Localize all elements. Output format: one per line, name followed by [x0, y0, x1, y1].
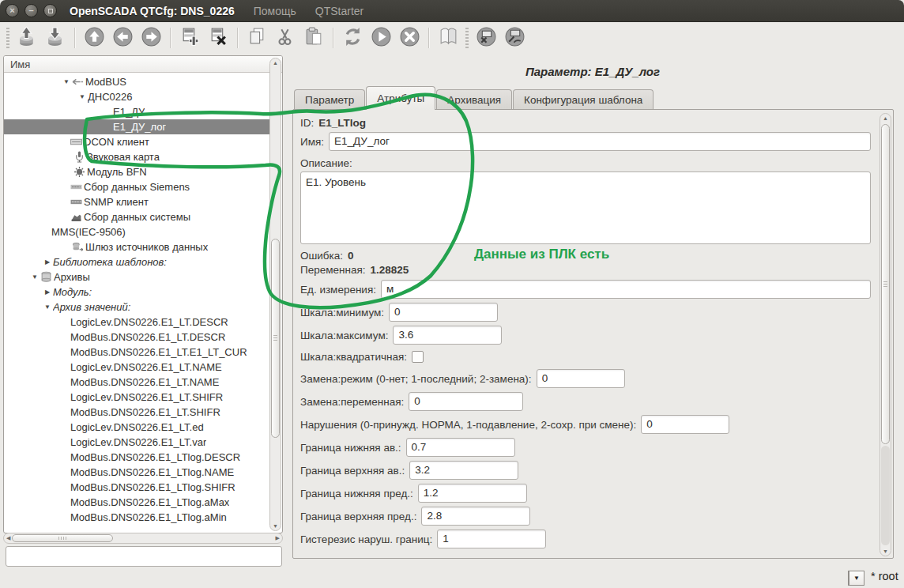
- back-button[interactable]: [111, 26, 134, 50]
- bfn-icon: [73, 166, 87, 178]
- tree-item[interactable]: LogicLev.DNS0226.E1_LT.DESCR: [4, 315, 269, 330]
- checkbox[interactable]: [412, 351, 424, 363]
- text-input[interactable]: 1.2: [418, 484, 527, 503]
- tree-item[interactable]: SNMP клиент: [4, 194, 269, 209]
- description-input[interactable]: Е1. Уровень: [300, 172, 871, 244]
- tree-item-label: ДНС0226: [88, 89, 133, 104]
- stop-icon: [399, 26, 420, 51]
- tree-item-label: Архивы: [54, 270, 90, 285]
- text-input[interactable]: 3.2: [409, 461, 518, 480]
- text-input[interactable]: 0: [537, 369, 625, 388]
- manual-button[interactable]: [436, 26, 460, 50]
- tree-vertical-scrollbar[interactable]: ▲ ▼: [269, 58, 281, 531]
- form-scrollbar-thumb[interactable]: [881, 124, 890, 444]
- text-input[interactable]: 2.8: [421, 507, 530, 526]
- tree-item[interactable]: DCON клиент: [4, 134, 269, 149]
- tree-item[interactable]: Звуковая карта: [4, 149, 269, 164]
- tree-item[interactable]: Шлюз источников данных: [4, 239, 269, 254]
- tree-item[interactable]: ModBus.DNS0226.E1_LTlog.NAME: [4, 465, 269, 480]
- window-minimize-button[interactable]: –: [24, 4, 38, 17]
- tree-horizontal-scrollbar[interactable]: ◀ ▶: [3, 533, 283, 544]
- text-input[interactable]: 3.6: [393, 326, 502, 345]
- tree-scrollbar-thumb[interactable]: [271, 239, 280, 438]
- text-input[interactable]: 0: [641, 415, 729, 434]
- tree-item[interactable]: ModBus.DNS0226.E1_LTlog.DESCR: [4, 450, 269, 465]
- scroll-down-icon[interactable]: ▼: [270, 523, 281, 529]
- window-maximize-button[interactable]: [43, 4, 57, 17]
- scroll-up-icon[interactable]: ▲: [880, 115, 891, 121]
- text-input[interactable]: 0.7: [406, 438, 515, 457]
- tree-item[interactable]: ModBus.DNS0226.E1_LTlog.aMin: [4, 510, 269, 525]
- copy-button[interactable]: [245, 26, 269, 50]
- tree-item[interactable]: ModBus.DNS0226.E1_LTlog.SHIFR: [4, 480, 269, 495]
- tree-item[interactable]: ▼Архив значений:: [4, 300, 269, 315]
- tree-item[interactable]: Е1_ДУ_лог: [4, 119, 269, 134]
- tree-item[interactable]: LogicLev.DNS0226.E1_LT.ed: [4, 420, 269, 435]
- text-input[interactable]: 0: [409, 392, 523, 411]
- forward-button[interactable]: [139, 26, 163, 50]
- stop-button[interactable]: [397, 26, 421, 50]
- text-input[interactable]: м: [381, 280, 871, 299]
- scroll-up-icon[interactable]: ▲: [270, 60, 281, 66]
- menu-qtstarter[interactable]: QTStarter: [315, 5, 363, 17]
- tree-filter-input[interactable]: [6, 546, 282, 567]
- tree-item[interactable]: ▼ДНС0226: [4, 89, 269, 104]
- scroll-right-icon[interactable]: ▶: [276, 535, 280, 541]
- expander-open-icon[interactable]: ▼: [42, 300, 53, 315]
- menu-help[interactable]: Помощь: [254, 5, 296, 17]
- form-vertical-scrollbar[interactable]: ▲ ▼: [880, 113, 891, 556]
- toolbar-handle[interactable]: [6, 28, 9, 48]
- scroll-left-icon[interactable]: ◀: [6, 535, 10, 541]
- expander-open-icon[interactable]: ▼: [61, 74, 72, 89]
- tab-Атрибуты[interactable]: Атрибуты: [366, 86, 435, 110]
- tree-item[interactable]: LogicLev.DNS0226.E1_LT.var: [4, 435, 269, 450]
- tree-item[interactable]: Сбор данных Siemens: [4, 179, 269, 194]
- qtstarter-configurator-button[interactable]: [474, 26, 498, 50]
- refresh-button[interactable]: [341, 26, 364, 50]
- item-delete-button[interactable]: [206, 26, 230, 50]
- tree-item[interactable]: ModBus.DNS0226.E1_LTlog.aMax: [4, 495, 269, 510]
- tab-Конфигурация шаблона[interactable]: Конфигурация шаблона: [513, 89, 654, 110]
- tree-item[interactable]: Сбор данных системы: [4, 209, 269, 224]
- form-scrollbar-track[interactable]: [881, 446, 890, 545]
- tree-item[interactable]: ▶Библиотека шаблонов:: [4, 254, 269, 270]
- expander-open-icon[interactable]: ▼: [77, 89, 88, 104]
- tab-Архивация[interactable]: Архивация: [436, 89, 512, 110]
- start-button[interactable]: [369, 26, 393, 50]
- tree-item[interactable]: LogicLev.DNS0226.E1_LT.NAME: [4, 360, 269, 375]
- cut-button[interactable]: [273, 26, 297, 50]
- tree-hscrollbar-thumb[interactable]: [12, 534, 113, 542]
- tree-item[interactable]: MMS(IEC-9506): [4, 224, 269, 239]
- status-dropdown-button[interactable]: ▼: [848, 571, 864, 586]
- expander-closed-icon[interactable]: ▶: [42, 254, 53, 270]
- tree-item[interactable]: ▼Архивы: [4, 270, 269, 285]
- expander-closed-icon[interactable]: ▶: [42, 285, 53, 300]
- text-input[interactable]: Е1_ДУ_лог: [329, 132, 871, 151]
- tree-item[interactable]: ModBus.DNS0226.E1_LT.SHIFR: [4, 405, 269, 420]
- save-to-db-button[interactable]: [43, 26, 67, 50]
- text-input[interactable]: 1: [437, 530, 546, 548]
- scroll-down-icon[interactable]: ▼: [880, 548, 891, 554]
- expander-open-icon[interactable]: ▼: [29, 270, 40, 285]
- tree-item[interactable]: Е1_ДУ: [4, 104, 269, 119]
- tree-item[interactable]: ModBus.DNS0226.E1_LT.DESCR: [4, 330, 269, 345]
- load-from-db-button[interactable]: [15, 26, 39, 50]
- gateway-icon: [72, 241, 85, 253]
- tree-item[interactable]: Модуль BFN: [4, 164, 269, 179]
- titlebar: × – OpenSCADA QTCfg: DNS_0226 Помощь QTS…: [0, 0, 904, 22]
- item-add-button[interactable]: [178, 26, 202, 50]
- field-label: Описание:: [300, 157, 352, 169]
- window-close-button[interactable]: ×: [6, 4, 19, 17]
- tree-item[interactable]: ModBus.DNS0226.E1_LT.NAME: [4, 375, 269, 390]
- tab-Параметр[interactable]: Параметр: [294, 89, 365, 110]
- qtstarter-vision-button[interactable]: [503, 26, 526, 50]
- tree-item[interactable]: ▼ModBUS: [4, 74, 269, 89]
- up-button[interactable]: [82, 26, 106, 50]
- paste-button[interactable]: [302, 26, 326, 50]
- text-input[interactable]: 0: [389, 303, 498, 322]
- tree-item[interactable]: ModBus.DNS0226.E1_LT.E1_LT_CUR: [4, 345, 269, 360]
- tree-item[interactable]: ▶Модуль:: [4, 285, 269, 300]
- session-user-label: * root: [871, 570, 898, 582]
- tree-item[interactable]: LogicLev.DNS0226.E1_LT.SHIFR: [4, 390, 269, 405]
- tree-column-header[interactable]: Имя: [4, 56, 282, 73]
